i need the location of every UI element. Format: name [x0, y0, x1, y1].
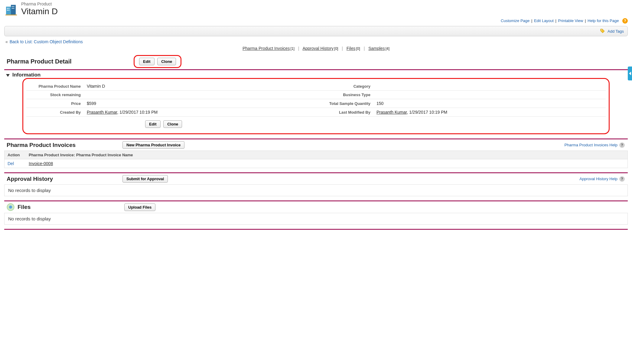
tag-icon: [600, 29, 605, 34]
col-action: Action: [5, 151, 26, 159]
nav-files-count: [0]: [356, 47, 360, 51]
backlink-chevron: «: [5, 39, 8, 44]
info-highlight-box: Pharma Product Name Vitamin D Category S…: [22, 78, 610, 134]
modified-user-link[interactable]: Prasanth Kumar: [376, 110, 407, 115]
printable-view-link[interactable]: Printable View: [558, 18, 583, 23]
backlink: « Back to List: Custom Object Definition…: [5, 39, 628, 44]
tsq-label: Total Sample Quantity: [316, 99, 373, 108]
invoices-help-link[interactable]: Pharma Product Invoices Help: [564, 143, 617, 147]
record-title: Vitamin D: [21, 7, 58, 16]
object-icon: [4, 2, 18, 16]
svg-rect-2: [7, 8, 8, 9]
info-section-toggle[interactable]: Information: [6, 72, 628, 78]
info-table: Pharma Product Name Vitamin D Category S…: [26, 82, 606, 117]
tags-bar: Add Tags: [4, 26, 628, 36]
svg-point-13: [9, 206, 12, 209]
nav-approval[interactable]: Approval History: [302, 46, 334, 51]
delete-link[interactable]: Del: [8, 161, 14, 166]
files-icon: [7, 203, 15, 211]
invoices-title: Pharma Product Invoices: [7, 142, 122, 148]
name-label: Pharma Product Name: [26, 82, 84, 91]
approval-help-link[interactable]: Approval History Help: [579, 177, 617, 181]
svg-rect-8: [12, 8, 13, 9]
btype-value: [373, 91, 606, 99]
svg-rect-7: [13, 6, 14, 7]
invoice-link[interactable]: Invoice-0008: [29, 161, 53, 166]
detail-title: Pharma Product Detail: [7, 58, 134, 65]
help-icon[interactable]: ?: [619, 142, 625, 148]
submit-approval-button[interactable]: Submit for Approval: [122, 175, 168, 183]
category-label: Category: [316, 82, 373, 91]
related-list-approval: Approval History Submit for Approval App…: [4, 172, 628, 196]
created-label: Created By: [26, 108, 84, 117]
section-divider: [4, 69, 628, 70]
related-nav: Pharma Product Invoices[1] | Approval Hi…: [4, 46, 628, 51]
category-value: [373, 82, 606, 91]
svg-rect-4: [7, 10, 8, 11]
tsq-value: 150: [373, 99, 606, 108]
collapse-icon: [6, 74, 10, 77]
modified-value: Prasanth Kumar, 1/29/2017 10:19 PM: [373, 108, 606, 117]
price-value: $599: [84, 99, 316, 108]
created-value: Prasanth Kumar, 1/29/2017 10:19 PM: [84, 108, 316, 117]
approval-empty: No records to display: [5, 185, 627, 196]
upload-files-button[interactable]: Upload Files: [124, 203, 155, 211]
created-time: , 1/29/2017 10:19 PM: [117, 110, 158, 115]
nav-invoices[interactable]: Pharma Product Invoices: [243, 46, 290, 51]
side-tab-handle[interactable]: [628, 67, 632, 80]
related-list-files: Files Upload Files No records to display: [4, 200, 628, 225]
section-divider: [4, 229, 628, 230]
nav-invoices-count: [1]: [290, 47, 294, 51]
files-empty: No records to display: [5, 213, 627, 224]
edit-button[interactable]: Edit: [139, 58, 155, 65]
object-type-label: Pharma Product: [21, 2, 58, 6]
backlink-link[interactable]: Back to List: Custom Object Definitions: [10, 39, 83, 44]
svg-rect-10: [5, 15, 17, 15]
top-links: Customize Page | Edit Layout | Printable…: [4, 18, 628, 24]
svg-rect-3: [8, 8, 9, 9]
edit-button-bottom[interactable]: Edit: [145, 120, 161, 128]
price-label: Price: [26, 99, 84, 108]
approval-title: Approval History: [7, 176, 122, 182]
help-icon[interactable]: ?: [622, 18, 628, 24]
nav-files[interactable]: Files: [347, 46, 356, 51]
detail-button-highlight: Edit Clone: [134, 55, 181, 68]
edit-layout-link[interactable]: Edit Layout: [534, 18, 554, 23]
new-invoice-button[interactable]: New Pharma Product Invoice: [122, 141, 184, 149]
nav-samples-count: [4]: [386, 47, 389, 51]
clone-button[interactable]: Clone: [157, 58, 176, 65]
customize-page-link[interactable]: Customize Page: [501, 18, 529, 23]
modified-time: , 1/29/2017 10:19 PM: [407, 110, 447, 115]
name-value: Vitamin D: [84, 82, 316, 91]
modified-label: Last Modified By: [316, 108, 373, 117]
col-name: Pharma Product Invoice: Pharma Product I…: [26, 151, 627, 159]
help-icon[interactable]: ?: [619, 176, 625, 182]
table-row: Del Invoice-0008: [5, 159, 627, 168]
svg-rect-5: [8, 10, 9, 11]
related-list-invoices: Pharma Product Invoices New Pharma Produ…: [4, 138, 628, 168]
svg-rect-9: [13, 8, 14, 9]
btype-label: Business Type: [316, 91, 373, 99]
created-user-link[interactable]: Prasanth Kumar: [87, 110, 117, 115]
info-section-label: Information: [12, 72, 41, 78]
stock-label: Stock remaining: [26, 91, 84, 99]
add-tags-link[interactable]: Add Tags: [600, 29, 624, 34]
stock-value: [84, 91, 316, 99]
invoices-table: Action Pharma Product Invoice: Pharma Pr…: [5, 151, 627, 168]
svg-point-11: [601, 30, 602, 31]
nav-approval-count: [0]: [334, 47, 338, 51]
files-title: Files: [18, 204, 123, 210]
page-header: Pharma Product Vitamin D: [4, 0, 628, 16]
svg-rect-6: [12, 6, 13, 7]
help-page-link[interactable]: Help for this Page: [588, 18, 619, 23]
add-tags-label: Add Tags: [608, 29, 624, 34]
nav-samples[interactable]: Samples: [368, 46, 385, 51]
clone-button-bottom[interactable]: Clone: [163, 120, 182, 128]
